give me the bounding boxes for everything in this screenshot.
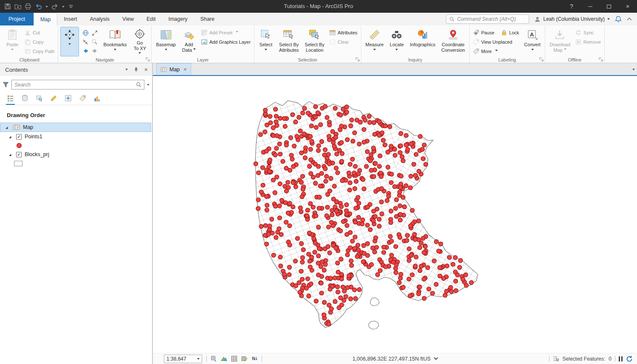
select-by-attributes-button[interactable]: Select By Attributes (277, 27, 301, 56)
infographics-button[interactable]: Infographics (408, 27, 437, 56)
contents-search-input[interactable] (14, 82, 134, 88)
bookmarks-button[interactable]: Bookmarks (101, 27, 129, 56)
pane-close-icon[interactable]: × (144, 66, 148, 73)
filter-icon[interactable] (3, 81, 9, 88)
minimize-button[interactable] (581, 0, 600, 13)
lock-labels-button[interactable]: Lock (500, 28, 520, 36)
remove-button[interactable]: Remove (574, 38, 602, 46)
go-to-xy-status-icon[interactable] (211, 356, 217, 362)
expand-collapse-icon[interactable]: ◢ (9, 135, 13, 138)
customize-quick-access-icon[interactable] (68, 3, 74, 10)
contents-search-box[interactable] (11, 80, 144, 90)
list-by-data-source-icon[interactable] (20, 93, 29, 105)
list-by-drawing-order-icon[interactable] (6, 93, 15, 105)
fixed-zoom-out-button[interactable] (81, 37, 90, 46)
select-button[interactable]: Select (256, 27, 275, 56)
selection-launcher-icon[interactable] (355, 57, 360, 62)
go-to-xy-button[interactable]: Go To XY (130, 27, 149, 56)
list-by-selection-icon[interactable] (35, 93, 44, 105)
tab-imagery[interactable]: Imagery (162, 13, 194, 25)
add-data-button[interactable]: Add Data (180, 27, 198, 56)
explore-button[interactable] (60, 27, 79, 56)
tree-item-blocks-prj[interactable]: ◢ ✓ Blocks_prj (0, 150, 151, 159)
list-by-labeling-icon[interactable] (78, 93, 87, 105)
undo-dropdown-icon[interactable] (45, 6, 48, 9)
attributes-button[interactable]: Attributes (328, 28, 358, 36)
help-button[interactable]: ? (562, 0, 581, 13)
polygon-symbol-swatch[interactable] (14, 161, 23, 166)
selected-features-icon[interactable] (553, 356, 559, 362)
view-tab-map[interactable]: Map × (156, 63, 191, 75)
close-view-icon[interactable]: × (183, 67, 187, 72)
convert-labels-button[interactable]: A Convert (522, 27, 543, 56)
more-labeling-button[interactable]: More (472, 47, 520, 55)
coordinate-readout[interactable]: 1,006,896.32E 227,497.15N ftUS (352, 356, 431, 362)
coordinate-units-dropdown-icon[interactable] (434, 356, 438, 360)
pause-labeling-button[interactable]: Pause (472, 28, 496, 36)
next-extent-button[interactable] (90, 46, 99, 55)
paste-button[interactable]: Paste (3, 27, 22, 56)
maximize-button[interactable] (600, 0, 618, 13)
locate-button[interactable]: Locate (387, 27, 406, 56)
offline-launcher-icon[interactable] (599, 57, 603, 62)
measure-button[interactable]: Measure (364, 27, 386, 56)
tab-insert[interactable]: Insert (57, 13, 83, 25)
view-unplaced-button[interactable]: View Unplaced (472, 38, 520, 46)
refresh-icon[interactable] (626, 356, 633, 362)
tree-item-points1[interactable]: ◢ ✓ Points1 (0, 132, 151, 141)
list-by-charts-icon[interactable] (93, 93, 101, 105)
copy-path-button[interactable]: Copy Path (23, 47, 56, 55)
layer-visibility-checkbox[interactable]: ✓ (16, 152, 22, 157)
download-map-button[interactable]: Download Map (547, 27, 572, 56)
map-canvas[interactable]: 1:38,647 N 1,006,896.32E 227,497.15N ftU… (153, 76, 637, 364)
print-icon[interactable] (25, 3, 31, 10)
previous-extent-button[interactable] (81, 46, 90, 55)
view-tab-overflow-icon[interactable] (632, 69, 635, 72)
layer-visibility-checkbox[interactable]: ✓ (16, 134, 22, 140)
selected-features-count[interactable]: 0 (609, 356, 612, 362)
list-by-snapping-icon[interactable] (64, 93, 73, 105)
sync-button[interactable]: Sync (574, 28, 602, 36)
scale-selector[interactable]: 1:38,647 (164, 355, 202, 363)
north-arrow-icon[interactable]: N (251, 356, 258, 362)
search-options-icon[interactable] (147, 84, 149, 87)
clear-selection-button[interactable]: Clear (328, 38, 358, 46)
elevation-profile-icon[interactable] (221, 356, 227, 362)
copy-button[interactable]: Copy (23, 38, 56, 46)
cut-button[interactable]: Cut (23, 28, 56, 36)
redo-icon[interactable] (51, 3, 59, 10)
tab-project[interactable]: Project (0, 13, 34, 25)
tab-edit[interactable]: Edit (140, 13, 162, 25)
undo-icon[interactable] (35, 3, 42, 10)
zoom-selection-button[interactable] (90, 37, 99, 46)
add-to-project-icon[interactable] (14, 3, 21, 10)
list-by-editing-icon[interactable] (49, 93, 58, 105)
coordinate-conversion-button[interactable]: Coordinate Conversion (439, 27, 467, 56)
user-menu[interactable]: Leah (Columbia University) (534, 16, 610, 22)
redo-dropdown-icon[interactable] (62, 6, 65, 9)
save-icon[interactable] (4, 3, 11, 10)
labeling-launcher-icon[interactable] (539, 57, 544, 62)
tab-view[interactable]: View (116, 13, 140, 25)
command-search[interactable] (446, 14, 529, 24)
fixed-zoom-in-button[interactable] (90, 28, 99, 37)
pause-drawing-icon[interactable] (619, 356, 623, 361)
tab-analysis[interactable]: Analysis (84, 13, 116, 25)
point-symbol-swatch[interactable] (17, 143, 22, 148)
navigate-launcher-icon[interactable] (146, 57, 150, 62)
close-button[interactable]: × (618, 0, 637, 13)
basemap-button[interactable]: Basemap (154, 27, 178, 56)
select-by-location-button[interactable]: Select By Location (303, 27, 327, 56)
edit-grid-icon[interactable] (241, 356, 248, 362)
command-search-input[interactable] (457, 16, 526, 22)
expand-collapse-icon[interactable]: ◢ (9, 153, 13, 156)
add-graphics-layer-button[interactable]: Add Graphics Layer (200, 38, 252, 46)
pin-icon[interactable] (133, 67, 139, 73)
tab-share[interactable]: Share (194, 13, 221, 25)
full-extent-button[interactable] (81, 28, 90, 37)
collapse-ribbon-button[interactable] (627, 17, 632, 21)
map-grid-icon[interactable] (231, 356, 237, 362)
tab-map[interactable]: Map (34, 13, 57, 25)
notifications-button[interactable] (615, 16, 622, 22)
add-preset-button[interactable]: Add Preset (200, 28, 252, 36)
